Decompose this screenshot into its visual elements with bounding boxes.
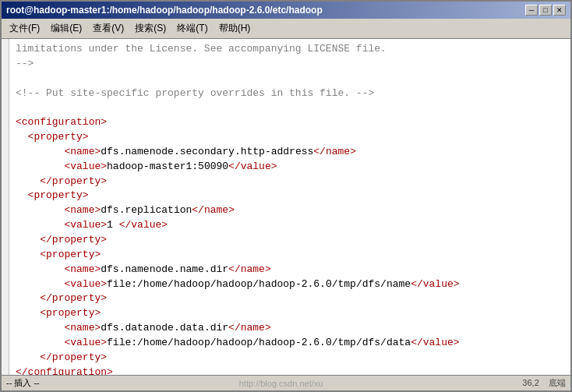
status-right: 36,2 底端 xyxy=(522,377,566,389)
status-extra: 底端 xyxy=(549,378,566,387)
terminal-window: root@hadoop-master1:/home/hadoop/hadoop/… xyxy=(0,0,572,392)
menu-bar: 文件(F) 编辑(E) 查看(V) 搜索(S) 终端(T) 帮助(H) xyxy=(2,19,570,39)
cursor-position: 36,2 xyxy=(522,378,538,387)
editor-mode: -- 插入 -- xyxy=(6,377,40,389)
editor-area[interactable]: limitations under the License. See accom… xyxy=(2,39,570,375)
status-watermark: http://blog.csdn.net/xu xyxy=(239,379,323,388)
menu-terminal[interactable]: 终端(T) xyxy=(172,20,212,37)
line-gutter xyxy=(2,39,9,375)
window-title: root@hadoop-master1:/home/hadoop/hadoop/… xyxy=(6,5,323,16)
close-button[interactable]: ✕ xyxy=(553,5,566,16)
maximize-button[interactable]: □ xyxy=(539,5,552,16)
window-controls: ─ □ ✕ xyxy=(525,5,566,16)
menu-view[interactable]: 查看(V) xyxy=(88,20,129,37)
minimize-button[interactable]: ─ xyxy=(525,5,538,16)
menu-file[interactable]: 文件(F) xyxy=(5,20,44,37)
menu-search[interactable]: 搜索(S) xyxy=(130,20,171,37)
status-left: -- 插入 -- xyxy=(6,377,40,389)
status-bar: -- 插入 -- http://blog.csdn.net/xu 36,2 底端 xyxy=(2,375,570,390)
title-bar: root@hadoop-master1:/home/hadoop/hadoop/… xyxy=(2,2,570,19)
menu-help[interactable]: 帮助(H) xyxy=(214,20,256,37)
menu-edit[interactable]: 编辑(E) xyxy=(46,20,87,37)
code-content[interactable]: limitations under the License. See accom… xyxy=(9,39,570,375)
